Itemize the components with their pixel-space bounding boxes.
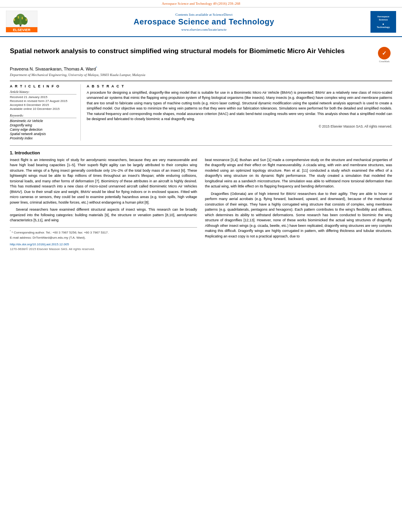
footnote-email: E-mail address: DrTomWard@um.edu.my (T.A… (10, 235, 197, 240)
svg-rect-8 (26, 19, 27, 21)
contents-line: Contents lists available at ScienceDirec… (43, 13, 365, 17)
doi-text: http://dx.doi.org/10.1016/j.ast.2015.12.… (10, 243, 69, 246)
sciencedirect-link[interactable]: ScienceDirect (213, 13, 233, 17)
journal-logo-right: Aerospace Science ■ Technology (370, 11, 396, 33)
body-col-right: beat resonance [3,4]. Bushan and Sun [1]… (205, 158, 392, 252)
elsevier-logo-svg: ELSEVIER (6, 11, 37, 32)
body-two-col: Insect flight is an interesting topic of… (10, 158, 392, 252)
main-content: Spatial network analysis to construct si… (0, 37, 402, 256)
keyword-3: Canny edge detection (10, 128, 76, 132)
keywords-section: Keywords: Biomimetic Air Vehicle Dragonf… (10, 114, 76, 140)
copyright-line: © 2015 Elsevier Masson SAS. All rights r… (87, 124, 392, 128)
journal-title: Aerospace Science and Technology (43, 17, 365, 26)
intro-para-1: Insect flight is an interesting topic of… (10, 158, 197, 206)
keyword-4: Spatial network analysis (10, 132, 76, 136)
issn-line: 1270-9638/© 2015 Elsevier Masson SAS. Al… (10, 247, 197, 252)
article-history-title: Article history: (10, 90, 76, 95)
abstract-text: A procedure for designing a simplified, … (87, 90, 392, 122)
footnote-area: * * Corresponding author. Tel.: +60 3 79… (10, 227, 197, 252)
history-item-4: Available online 10 December 2015 (10, 107, 76, 111)
keywords-title: Keywords: (10, 114, 76, 118)
doi-line[interactable]: http://dx.doi.org/10.1016/j.ast.2015.12.… (10, 242, 197, 247)
section-number: 1. (10, 150, 13, 155)
crossmark[interactable]: ✓ CrossMark (376, 47, 392, 63)
svg-text:ELSEVIER: ELSEVIER (13, 28, 31, 32)
article-info-abstract-section: A R T I C L E I N F O Article history: R… (10, 81, 392, 141)
article-info: A R T I C L E I N F O Article history: R… (10, 84, 81, 141)
paper-title: Spatial network analysis to construct si… (10, 47, 372, 56)
footnote-star-text: * Corresponding author. Tel.: +60 3 7967… (12, 230, 109, 234)
paper-title-text: Spatial network analysis to construct si… (10, 47, 372, 56)
author-names: Praveena N. Sivasankaran, Thomas A. Ward… (10, 67, 97, 71)
crossmark-icon: ✓ (378, 47, 391, 59)
introduction-title: 1. Introduction (10, 150, 392, 155)
body-col-left: Insect flight is an interesting topic of… (10, 158, 197, 252)
history-item-1: Received 21 January 2015 (10, 95, 76, 99)
banner-text: Aerospace Science and Technology 49 (201… (162, 2, 240, 6)
history-item-2: Received in revised form 27 August 2015 (10, 99, 76, 103)
keyword-2: Dragonfly wing (10, 123, 76, 127)
section-divider-1 (10, 145, 392, 146)
intro-para-2: Several researchers have examined differ… (10, 207, 197, 223)
journal-header: ELSEVIER Contents lists available at Sci… (0, 7, 402, 37)
section-title: Introduction (15, 150, 40, 155)
corresponding-star: * (96, 66, 97, 69)
abstract-col: A B S T R A C T A procedure for designin… (87, 84, 392, 141)
paper-title-section: Spatial network analysis to construct si… (10, 47, 392, 63)
svg-rect-7 (22, 17, 23, 19)
intro-para-3: beat resonance [3,4]. Bushan and Sun [1]… (205, 158, 392, 189)
crossmark-label: CrossMark (379, 60, 390, 63)
top-banner: Aerospace Science and Technology 49 (201… (0, 0, 402, 7)
keyword-5: Proximity index (10, 136, 76, 140)
intro-para-4: Dragonflies (Odonata) are of high intere… (205, 191, 392, 239)
abstract-header: A B S T R A C T (87, 84, 392, 88)
history-item-3: Accepted 6 December 2015 (10, 103, 76, 107)
footnote-star-sup: * (10, 230, 11, 232)
journal-title-block: Contents lists available at ScienceDirec… (43, 13, 365, 32)
affiliation: Department of Mechanical Engineering, Un… (10, 73, 392, 77)
keyword-1: Biomimetic Air Vehicle (10, 119, 76, 123)
article-info-header: A R T I C L E I N F O (10, 84, 76, 88)
contents-text: Contents lists available at (175, 13, 212, 17)
elsevier-logo: ELSEVIER (6, 11, 37, 33)
svg-rect-5 (14, 19, 15, 21)
footnote-star: * * Corresponding author. Tel.: +60 3 79… (10, 230, 197, 235)
author-praveena: Praveena N. Sivasankaran, Thomas A. Ward (10, 67, 96, 71)
authors-line: Praveena N. Sivasankaran, Thomas A. Ward… (10, 66, 392, 71)
svg-rect-6 (18, 16, 19, 19)
journal-url: www.elsevier.com/locate/aescte (43, 28, 365, 32)
journal-logo-img: Aerospace Science ■ Technology (370, 11, 396, 33)
